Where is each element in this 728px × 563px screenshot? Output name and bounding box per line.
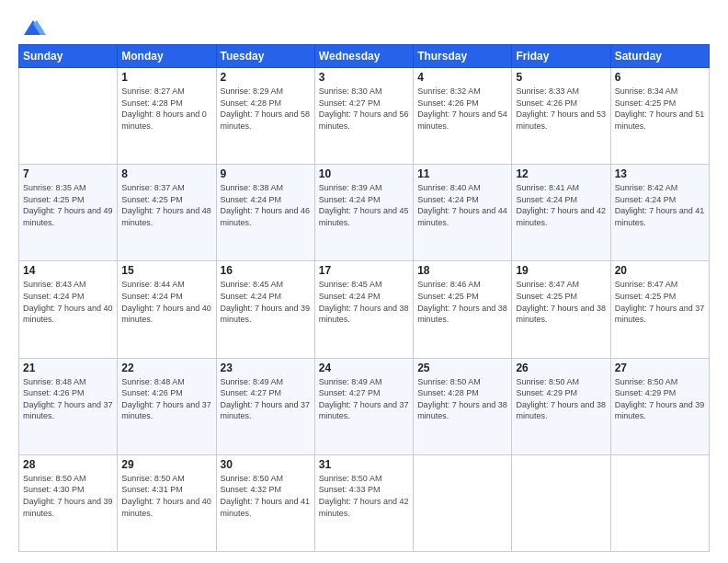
day-info: Sunrise: 8:50 AMSunset: 4:29 PMDaylight:…: [516, 376, 606, 422]
day-info: Sunrise: 8:34 AMSunset: 4:25 PMDaylight:…: [615, 86, 705, 132]
calendar-day-cell: 5Sunrise: 8:33 AMSunset: 4:26 PMDaylight…: [512, 68, 610, 165]
logo: [18, 15, 46, 37]
calendar-week-row: 14Sunrise: 8:43 AMSunset: 4:24 PMDayligh…: [19, 261, 710, 358]
calendar-day-cell: 9Sunrise: 8:38 AMSunset: 4:24 PMDaylight…: [216, 165, 314, 261]
day-info: Sunrise: 8:50 AMSunset: 4:30 PMDaylight:…: [23, 473, 113, 519]
calendar-day-cell: 11Sunrise: 8:40 AMSunset: 4:24 PMDayligh…: [414, 165, 512, 261]
day-number: 21: [23, 362, 113, 374]
day-info: Sunrise: 8:37 AMSunset: 4:25 PMDaylight:…: [121, 182, 211, 228]
day-number: 18: [417, 264, 507, 277]
day-number: 7: [23, 167, 113, 180]
day-info: Sunrise: 8:35 AMSunset: 4:25 PMDaylight:…: [23, 182, 113, 228]
calendar-day-cell: 30Sunrise: 8:50 AMSunset: 4:32 PMDayligh…: [216, 454, 314, 551]
day-number: 27: [615, 362, 705, 374]
calendar-day-cell: 7Sunrise: 8:35 AMSunset: 4:25 PMDaylight…: [19, 165, 118, 261]
header: [18, 15, 710, 37]
day-number: 12: [516, 167, 606, 180]
logo-icon: [20, 15, 46, 40]
calendar-day-cell: 4Sunrise: 8:32 AMSunset: 4:26 PMDaylight…: [414, 68, 512, 165]
day-info: Sunrise: 8:30 AMSunset: 4:27 PMDaylight:…: [319, 86, 409, 132]
day-info: Sunrise: 8:50 AMSunset: 4:28 PMDaylight:…: [417, 376, 507, 422]
day-info: Sunrise: 8:43 AMSunset: 4:24 PMDaylight:…: [23, 279, 113, 325]
day-info: Sunrise: 8:45 AMSunset: 4:24 PMDaylight:…: [319, 279, 409, 325]
calendar-day-cell: 3Sunrise: 8:30 AMSunset: 4:27 PMDaylight…: [314, 68, 413, 165]
day-number: 30: [221, 458, 311, 471]
day-number: 17: [319, 264, 409, 277]
calendar-header-row: SundayMondayTuesdayWednesdayThursdayFrid…: [19, 45, 710, 68]
day-number: 29: [121, 458, 211, 471]
calendar-empty-cell: [414, 454, 512, 551]
day-number: 1: [121, 71, 211, 84]
day-info: Sunrise: 8:46 AMSunset: 4:25 PMDaylight:…: [417, 279, 507, 325]
day-number: 26: [516, 362, 606, 374]
day-number: 11: [417, 167, 507, 180]
day-info: Sunrise: 8:49 AMSunset: 4:27 PMDaylight:…: [221, 376, 311, 422]
calendar-day-cell: 16Sunrise: 8:45 AMSunset: 4:24 PMDayligh…: [216, 261, 314, 358]
day-info: Sunrise: 8:40 AMSunset: 4:24 PMDaylight:…: [417, 182, 507, 228]
day-info: Sunrise: 8:47 AMSunset: 4:25 PMDaylight:…: [516, 279, 606, 325]
day-number: 16: [221, 264, 311, 277]
day-info: Sunrise: 8:29 AMSunset: 4:28 PMDaylight:…: [221, 86, 311, 132]
day-info: Sunrise: 8:44 AMSunset: 4:24 PMDaylight:…: [121, 279, 211, 325]
col-header-monday: Monday: [118, 45, 216, 68]
day-info: Sunrise: 8:48 AMSunset: 4:26 PMDaylight:…: [23, 376, 113, 422]
calendar-day-cell: 13Sunrise: 8:42 AMSunset: 4:24 PMDayligh…: [610, 165, 709, 261]
calendar-day-cell: 10Sunrise: 8:39 AMSunset: 4:24 PMDayligh…: [314, 165, 413, 261]
calendar-empty-cell: [512, 454, 610, 551]
day-info: Sunrise: 8:39 AMSunset: 4:24 PMDaylight:…: [319, 182, 409, 228]
day-number: 14: [23, 264, 113, 277]
day-info: Sunrise: 8:42 AMSunset: 4:24 PMDaylight:…: [615, 182, 705, 228]
calendar-day-cell: 12Sunrise: 8:41 AMSunset: 4:24 PMDayligh…: [512, 165, 610, 261]
day-number: 3: [319, 71, 409, 84]
day-info: Sunrise: 8:50 AMSunset: 4:29 PMDaylight:…: [615, 376, 705, 422]
day-info: Sunrise: 8:33 AMSunset: 4:26 PMDaylight:…: [516, 86, 606, 132]
day-number: 20: [615, 264, 705, 277]
calendar-day-cell: 26Sunrise: 8:50 AMSunset: 4:29 PMDayligh…: [512, 358, 610, 454]
day-info: Sunrise: 8:32 AMSunset: 4:26 PMDaylight:…: [417, 86, 507, 132]
day-number: 31: [319, 458, 409, 471]
day-number: 24: [319, 362, 409, 374]
calendar-day-cell: 17Sunrise: 8:45 AMSunset: 4:24 PMDayligh…: [314, 261, 413, 358]
day-number: 4: [417, 71, 507, 84]
calendar-day-cell: 31Sunrise: 8:50 AMSunset: 4:33 PMDayligh…: [314, 454, 413, 551]
day-number: 25: [417, 362, 507, 374]
calendar-table: SundayMondayTuesdayWednesdayThursdayFrid…: [18, 44, 710, 552]
calendar-day-cell: 19Sunrise: 8:47 AMSunset: 4:25 PMDayligh…: [512, 261, 610, 358]
calendar-week-row: 7Sunrise: 8:35 AMSunset: 4:25 PMDaylight…: [19, 165, 710, 261]
day-number: 28: [23, 458, 113, 471]
calendar-week-row: 28Sunrise: 8:50 AMSunset: 4:30 PMDayligh…: [19, 454, 710, 551]
calendar-day-cell: 14Sunrise: 8:43 AMSunset: 4:24 PMDayligh…: [19, 261, 118, 358]
day-info: Sunrise: 8:50 AMSunset: 4:31 PMDaylight:…: [121, 473, 211, 519]
day-number: 23: [221, 362, 311, 374]
calendar-day-cell: 20Sunrise: 8:47 AMSunset: 4:25 PMDayligh…: [610, 261, 709, 358]
day-info: Sunrise: 8:50 AMSunset: 4:33 PMDaylight:…: [319, 473, 409, 519]
day-number: 19: [516, 264, 606, 277]
day-info: Sunrise: 8:41 AMSunset: 4:24 PMDaylight:…: [516, 182, 606, 228]
day-number: 2: [221, 71, 311, 84]
day-number: 13: [615, 167, 705, 180]
calendar-day-cell: 18Sunrise: 8:46 AMSunset: 4:25 PMDayligh…: [414, 261, 512, 358]
calendar-day-cell: 2Sunrise: 8:29 AMSunset: 4:28 PMDaylight…: [216, 68, 314, 165]
calendar-day-cell: 22Sunrise: 8:48 AMSunset: 4:26 PMDayligh…: [118, 358, 216, 454]
day-number: 5: [516, 71, 606, 84]
day-info: Sunrise: 8:48 AMSunset: 4:26 PMDaylight:…: [121, 376, 211, 422]
calendar-day-cell: 29Sunrise: 8:50 AMSunset: 4:31 PMDayligh…: [118, 454, 216, 551]
calendar-empty-cell: [610, 454, 709, 551]
day-info: Sunrise: 8:47 AMSunset: 4:25 PMDaylight:…: [615, 279, 705, 325]
calendar-day-cell: 27Sunrise: 8:50 AMSunset: 4:29 PMDayligh…: [610, 358, 709, 454]
calendar-day-cell: 15Sunrise: 8:44 AMSunset: 4:24 PMDayligh…: [118, 261, 216, 358]
day-number: 9: [221, 167, 311, 180]
calendar-week-row: 1Sunrise: 8:27 AMSunset: 4:28 PMDaylight…: [19, 68, 710, 165]
col-header-wednesday: Wednesday: [314, 45, 413, 68]
calendar-day-cell: 1Sunrise: 8:27 AMSunset: 4:28 PMDaylight…: [118, 68, 216, 165]
day-info: Sunrise: 8:49 AMSunset: 4:27 PMDaylight:…: [319, 376, 409, 422]
day-info: Sunrise: 8:50 AMSunset: 4:32 PMDaylight:…: [221, 473, 311, 519]
calendar-day-cell: 24Sunrise: 8:49 AMSunset: 4:27 PMDayligh…: [314, 358, 413, 454]
calendar-day-cell: 25Sunrise: 8:50 AMSunset: 4:28 PMDayligh…: [414, 358, 512, 454]
col-header-tuesday: Tuesday: [216, 45, 314, 68]
day-info: Sunrise: 8:45 AMSunset: 4:24 PMDaylight:…: [221, 279, 311, 325]
calendar-day-cell: 6Sunrise: 8:34 AMSunset: 4:25 PMDaylight…: [610, 68, 709, 165]
col-header-sunday: Sunday: [19, 45, 118, 68]
day-number: 15: [121, 264, 211, 277]
calendar-week-row: 21Sunrise: 8:48 AMSunset: 4:26 PMDayligh…: [19, 358, 710, 454]
